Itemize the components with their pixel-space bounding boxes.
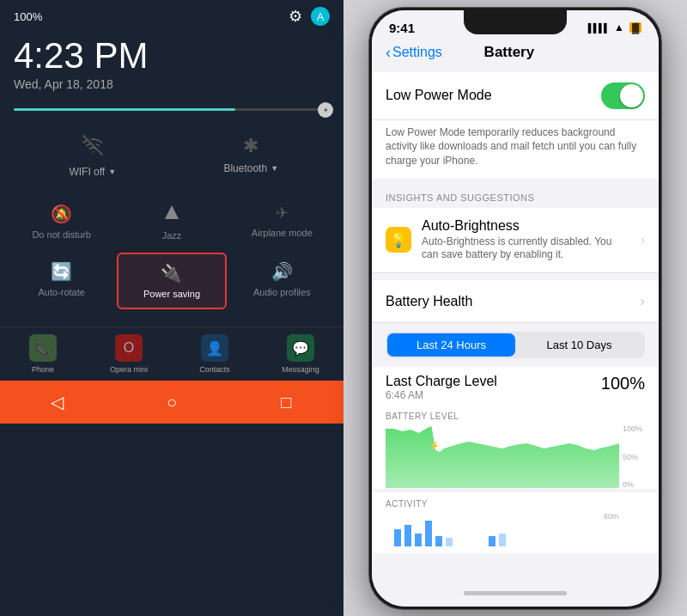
auto-brightness-icon: 💡 <box>386 227 411 253</box>
svg-rect-9 <box>435 536 442 546</box>
android-time-area: 4:23 PM Wed, Apr 18, 2018 <box>0 29 344 105</box>
svg-rect-6 <box>404 525 411 546</box>
activity-axis-top: 60m <box>604 512 626 521</box>
airplane-off-icon: ✈ <box>276 204 289 223</box>
svg-rect-8 <box>425 521 432 546</box>
ios-panel: 9:41 ▌▌▌▌ ▲ ▓ ‹ Settings Battery <box>344 0 687 616</box>
user-avatar[interactable]: A <box>311 7 330 26</box>
back-chevron-icon: ‹ <box>386 44 391 62</box>
ios-nav-bar: ‹ Settings Battery <box>372 35 659 67</box>
ios-page-title: Battery <box>442 44 576 61</box>
home-button[interactable]: ○ <box>155 389 189 415</box>
low-power-label: Low Power Mode <box>386 88 601 103</box>
ios-content: Low Power Mode Low Power Mode temporaril… <box>372 67 659 581</box>
auto-brightness-title: Auto-Brightness <box>422 218 630 234</box>
bluetooth-label: Bluetooth ▼ <box>223 162 278 174</box>
wifi-icon: ▲ <box>614 21 624 34</box>
android-status-bar: 100% ⚙ A <box>0 0 344 29</box>
app-contacts-label: Contacts <box>199 365 230 374</box>
tile-auto-rotate[interactable]: 🔄 Auto-rotate <box>7 253 116 309</box>
tile-wifi[interactable]: WIFI off ▼ <box>14 125 172 188</box>
toggle-thumb <box>620 84 643 107</box>
signal-icon: ▌▌▌▌ <box>588 23 609 33</box>
svg-rect-10 <box>446 538 453 546</box>
svg-rect-11 <box>489 536 495 546</box>
tab-10days[interactable]: Last 10 Days <box>515 333 643 357</box>
battery-health-label: Battery Health <box>386 294 640 309</box>
recent-button[interactable]: □ <box>269 389 303 415</box>
audio-icon: 🔊 <box>271 261 293 282</box>
svg-text:⚡: ⚡ <box>429 440 441 451</box>
ios-battery-icon: ▓ <box>629 22 641 33</box>
low-power-section: Low Power Mode Low Power Mode temporaril… <box>372 72 659 179</box>
ios-back-button[interactable]: ‹ Settings <box>386 44 442 62</box>
android-time: 4:23 PM <box>14 38 330 74</box>
app-messaging[interactable]: 💬 Messaging <box>258 327 344 381</box>
charge-level-title: Last Charge Level <box>386 374 497 389</box>
opera-icon: O <box>115 334 143 362</box>
brightness-fill <box>14 108 235 111</box>
tile-airplane[interactable]: ✈ Airplane mode <box>228 195 337 249</box>
time-tabs: Last 24 Hours Last 10 Days <box>386 332 645 358</box>
back-button[interactable]: ◁ <box>40 389 75 415</box>
charge-level-value: 100% <box>601 374 645 393</box>
power-saving-icon: 🔌 <box>161 263 182 284</box>
svg-marker-0 <box>165 205 179 219</box>
app-opera-label: Opera mini <box>110 365 148 374</box>
battery-axis-mid: 50% <box>623 453 645 461</box>
activity-chart-svg <box>386 512 600 546</box>
battery-chart-svg: ⚡ <box>386 424 619 489</box>
gear-icon[interactable]: ⚙ <box>289 7 302 26</box>
charge-level-row: Last Charge Level 6:46 AM 100% <box>372 367 659 405</box>
ios-time: 9:41 <box>389 21 415 35</box>
wifi-off-icon <box>82 135 103 161</box>
low-power-toggle[interactable] <box>601 82 645 109</box>
app-phone[interactable]: 📞 Phone <box>0 327 86 381</box>
svg-rect-5 <box>394 529 401 546</box>
android-status-right: ⚙ A <box>289 7 330 26</box>
activity-section: ACTIVITY <box>372 492 659 553</box>
bluetooth-off-icon: ✱ <box>243 135 258 157</box>
tile-do-not-disturb[interactable]: 🔕 Do not disturb <box>7 195 116 249</box>
app-opera[interactable]: O Opera mini <box>86 327 172 381</box>
ios-status-bar: 9:41 ▌▌▌▌ ▲ ▓ <box>372 10 659 35</box>
auto-brightness-subtitle: Auto-Brightness is currently disabled. Y… <box>422 235 630 262</box>
messaging-icon: 💬 <box>287 334 314 362</box>
auto-brightness-chevron-icon: › <box>641 233 645 247</box>
tab-24hours[interactable]: Last 24 Hours <box>387 333 515 357</box>
home-indicator <box>372 581 659 607</box>
tile-bluetooth[interactable]: ✱ Bluetooth ▼ <box>173 125 331 188</box>
home-indicator-bar <box>464 591 567 595</box>
do-not-disturb-icon: 🔕 <box>51 204 72 224</box>
svg-rect-7 <box>415 534 422 546</box>
ios-status-icons: ▌▌▌▌ ▲ ▓ <box>588 21 641 34</box>
tile-power-saving[interactable]: 🔌 Power saving <box>117 253 226 309</box>
brightness-thumb <box>318 102 333 118</box>
brightness-slider[interactable] <box>14 108 330 111</box>
auto-brightness-item[interactable]: 💡 Auto-Brightness Auto-Brightness is cur… <box>372 208 659 273</box>
jazz-icon <box>163 204 180 225</box>
android-panel: 100% ⚙ A 4:23 PM Wed, Apr 18, 2018 WI <box>0 0 344 616</box>
charge-level-subtitle: 6:46 AM <box>386 389 497 401</box>
brightness-row <box>0 105 344 125</box>
battery-chart-section: BATTERY LEVEL <box>372 405 659 489</box>
battery-axis-bottom: 0% <box>623 480 645 489</box>
phone-icon: 📞 <box>29 334 57 362</box>
apps-row: 📞 Phone O Opera mini 👤 Contacts 💬 Messag… <box>0 326 344 381</box>
low-power-row: Low Power Mode <box>372 72 659 120</box>
activity-label: ACTIVITY <box>386 499 645 509</box>
iphone-frame: 9:41 ▌▌▌▌ ▲ ▓ ‹ Settings Battery <box>369 8 661 609</box>
auto-brightness-content: Auto-Brightness Auto-Brightness is curre… <box>422 218 630 262</box>
wifi-label: WIFI off ▼ <box>69 166 116 178</box>
low-power-description: Low Power Mode temporarily reduces backg… <box>372 120 659 179</box>
battery-health-chevron-icon: › <box>640 292 645 310</box>
svg-rect-12 <box>499 534 506 546</box>
icons-row-2: 🔄 Auto-rotate 🔌 Power saving 🔊 Audio pro… <box>0 253 344 309</box>
tile-audio[interactable]: 🔊 Audio profiles <box>228 253 337 309</box>
tile-jazz[interactable]: Jazz <box>117 195 226 249</box>
iphone-notch <box>464 10 567 34</box>
app-phone-label: Phone <box>32 365 54 374</box>
battery-health-row[interactable]: Battery Health › <box>372 280 659 323</box>
auto-rotate-icon: 🔄 <box>51 261 72 282</box>
app-contacts[interactable]: 👤 Contacts <box>172 327 258 381</box>
